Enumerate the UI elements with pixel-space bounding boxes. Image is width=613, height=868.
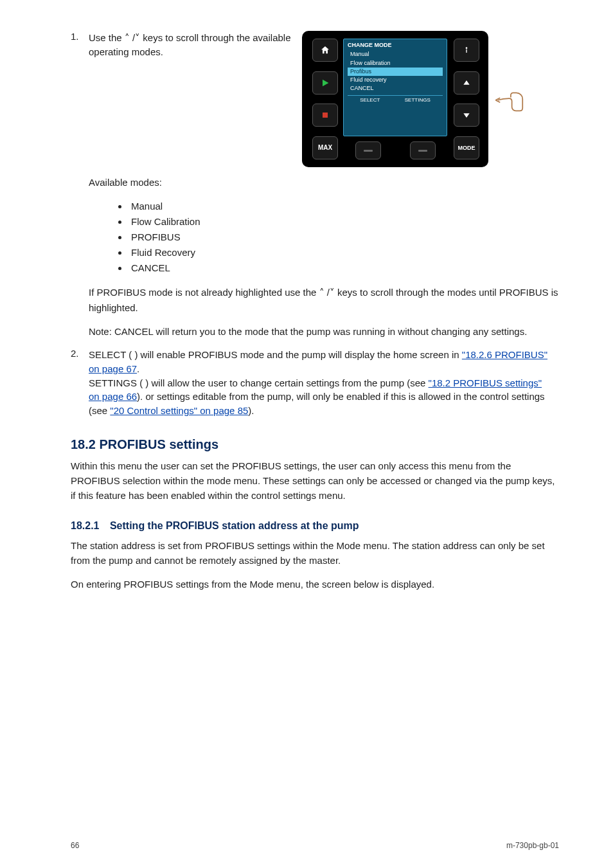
up-arrow-icon [461,78,472,88]
step2-number: 2. [71,348,89,359]
svg-rect-0 [323,113,328,118]
device-figure: MAX CHANGE MODE Manual Flow calibration … [302,31,559,167]
step2-text: SELECT ( ) will enable PROFIBUS mode and… [89,348,549,418]
softkey-bar-icon [418,150,427,152]
doc-id: m-730pb-gb-01 [506,841,559,850]
device-panel: MAX CHANGE MODE Manual Flow calibration … [302,31,488,167]
lcd-item-1: Flow calibration [348,59,443,68]
home-button[interactable] [312,39,338,62]
subsection-body-1: The station address is set from PROFIBUS… [71,538,559,568]
modes-list: Manual Flow Calibration PROFIBUS Fluid R… [129,199,559,276]
soft-key-right[interactable] [410,141,436,159]
body-para-1: If PROFIBUS mode is not already highligh… [89,285,559,315]
lcd-screen: CHANGE MODE Manual Flow calibration Prof… [343,39,447,136]
subsection-number: 18.2.1 [71,520,99,531]
right-key-column: MODE [454,39,478,159]
lcd-soft-right: SETTINGS [405,97,431,104]
lcd-title: CHANGE MODE [348,42,443,49]
svg-rect-2 [466,50,466,53]
play-icon [320,78,330,88]
softkey-bar-icon [364,150,373,152]
home-icon [320,45,330,55]
body-para-2: Note: CANCEL will return you to the mode… [89,324,559,339]
pointing-hand-icon [492,81,528,117]
mode-item: Flow Calibration [129,214,559,230]
section-heading: 18.2 PROFIBUS settings [71,437,559,452]
info-icon [461,45,472,55]
lcd-item-3: Fluid recovery [348,76,443,84]
play-button[interactable] [312,71,338,95]
left-key-column: MAX [312,39,337,159]
step2-row: 2. SELECT ( ) will enable PROFIBUS mode … [71,348,559,418]
lcd-item-2: Profibus [348,68,443,76]
step2-text-b: SETTINGS ( ) will allow the user to chan… [89,377,425,388]
stop-button[interactable] [312,104,338,127]
max-button[interactable]: MAX [312,136,338,159]
step1-text: Use the ˄ /˅ keys to scroll through the … [89,31,292,59]
section-intro: Within this menu the user can set the PR… [71,458,559,503]
lcd-softlabels: SELECT SETTINGS [348,95,443,104]
page-footer: 66 m-730pb-gb-01 [71,841,559,850]
down-button[interactable] [454,104,479,127]
stop-icon [320,110,330,120]
link-control-settings[interactable]: "20 Control settings" on page 85 [110,405,248,416]
subsection-heading: 18.2.1 Setting the PROFIBUS station addr… [71,520,559,532]
up-button[interactable] [454,71,479,95]
step1-number: 1. [71,31,89,42]
subsection-body-2: On entering PROFIBUS settings from the M… [71,577,559,592]
lcd-item-0: Manual [348,50,443,59]
page: 1. Use the ˄ /˅ keys to scroll through t… [0,0,613,868]
modes-intro: Available modes: [89,175,559,190]
down-arrow-icon [461,110,472,120]
section-title: PROFIBUS settings [100,437,219,451]
section-number: 18.2 [71,437,96,451]
soft-key-row [343,141,447,159]
mode-item: Fluid Recovery [129,245,559,260]
mode-item: PROFIBUS [129,230,559,245]
soft-key-left[interactable] [355,141,381,159]
subsection-title: Setting the PROFIBUS station address at … [110,520,359,531]
step2-text-a: SELECT ( ) will enable PROFIBUS mode and… [89,349,459,360]
info-button[interactable] [454,39,479,62]
step1-row: 1. Use the ˄ /˅ keys to scroll through t… [71,31,559,167]
page-number: 66 [71,841,79,850]
mode-button[interactable]: MODE [454,136,479,159]
center-column: CHANGE MODE Manual Flow calibration Prof… [343,39,447,159]
mode-item: Manual [129,199,559,214]
mode-item: CANCEL [129,260,559,276]
svg-point-1 [466,47,468,49]
lcd-soft-left: SELECT [360,97,380,104]
lcd-item-4: CANCEL [348,84,443,93]
